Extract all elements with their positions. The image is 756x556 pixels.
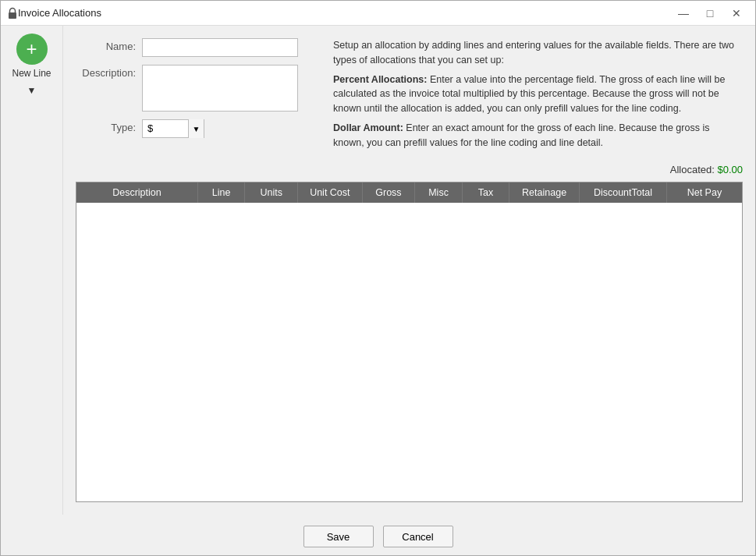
help-panel: Setup an allocation by adding lines and …	[333, 38, 743, 154]
svg-rect-0	[9, 12, 16, 19]
allocated-value: $0.00	[717, 164, 743, 175]
col-tax: Tax	[463, 182, 509, 203]
col-units: Units	[245, 182, 298, 203]
help-dollar: Dollar Amount: Enter an exact amount for…	[333, 121, 743, 151]
allocated-label: Allocated:	[670, 164, 715, 175]
description-label: Description:	[76, 65, 142, 79]
type-select-value: $	[143, 119, 188, 138]
type-label: Type:	[76, 119, 142, 133]
name-label: Name:	[76, 38, 142, 52]
window-controls: — □ ✕	[671, 5, 749, 22]
content-area: Name: Description: Type: $ ▼	[63, 26, 755, 515]
window-title: Invoice Allocations	[18, 7, 671, 19]
form-panel: Name: Description: Type: $ ▼	[76, 38, 318, 154]
table-header: Description Line Units Unit Cost Gross M…	[76, 182, 742, 203]
help-dollar-title: Dollar Amount:	[333, 122, 403, 133]
allocation-table: Description Line Units Unit Cost Gross M…	[76, 182, 743, 502]
new-line-icon: +	[16, 34, 48, 65]
col-unit-cost: Unit Cost	[298, 182, 362, 203]
name-input[interactable]	[142, 38, 298, 57]
col-net-pay: Net Pay	[667, 182, 742, 203]
title-bar: Invoice Allocations — □ ✕	[1, 1, 755, 26]
type-dropdown-arrow[interactable]: ▼	[188, 119, 204, 138]
main-content: + New Line ▼ Name: Description:	[1, 26, 755, 515]
description-row: Description:	[76, 65, 318, 112]
col-line: Line	[198, 182, 245, 203]
help-intro: Setup an allocation by adding lines and …	[333, 38, 743, 68]
col-misc: Misc	[415, 182, 462, 203]
save-button[interactable]: Save	[303, 526, 374, 547]
invoice-allocations-window: Invoice Allocations — □ ✕ + New Line ▼ N…	[0, 0, 756, 556]
close-button[interactable]: ✕	[724, 5, 749, 22]
footer-buttons: Save Cancel	[1, 515, 755, 555]
help-percent-title: Percent Allocations:	[333, 74, 427, 85]
help-percent: Percent Allocations: Enter a value into …	[333, 73, 743, 116]
top-section: Name: Description: Type: $ ▼	[76, 38, 743, 154]
new-line-button[interactable]: + New Line	[12, 34, 51, 79]
minimize-button[interactable]: —	[671, 5, 696, 22]
description-input[interactable]	[142, 65, 298, 112]
col-gross: Gross	[363, 182, 416, 203]
new-line-label: New Line	[12, 68, 51, 79]
type-select[interactable]: $ ▼	[142, 119, 204, 138]
maximize-button[interactable]: □	[697, 5, 722, 22]
cancel-button[interactable]: Cancel	[383, 526, 453, 547]
sidebar: + New Line ▼	[1, 26, 63, 515]
col-discount-total: DiscountTotal	[580, 182, 667, 203]
table-body	[76, 203, 742, 501]
name-row: Name:	[76, 38, 318, 57]
type-row: Type: $ ▼	[76, 119, 318, 138]
dropdown-arrow[interactable]: ▼	[27, 85, 37, 96]
allocated-row: Allocated: $0.00	[76, 161, 743, 179]
app-icon	[7, 7, 18, 19]
col-retainage: Retainage	[509, 182, 580, 203]
col-description: Description	[76, 182, 198, 203]
